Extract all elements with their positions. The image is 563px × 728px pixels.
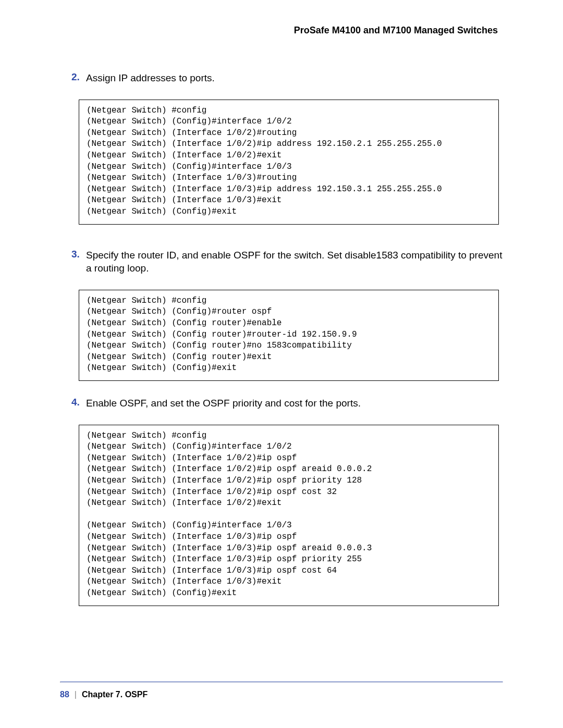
step-2: 2. Assign IP addresses to ports. (60, 71, 503, 85)
footer-divider (60, 682, 503, 683)
step-3: 3. Specify the router ID, and enable OSP… (60, 249, 503, 275)
step-text: Enable OSPF, and set the OSPF priority a… (86, 397, 361, 410)
step-number: 3. (71, 249, 86, 275)
page-number: 88 (60, 690, 69, 699)
footer-text: 88 | Chapter 7. OSPF (60, 690, 503, 699)
chapter-label: Chapter 7. OSPF (82, 690, 148, 699)
step-4: 4. Enable OSPF, and set the OSPF priorit… (60, 397, 503, 410)
page-header-title: ProSafe M4100 and M7100 Managed Switches (60, 25, 503, 36)
step-number: 2. (71, 71, 86, 85)
page-footer: 88 | Chapter 7. OSPF (60, 682, 503, 699)
step-text: Assign IP addresses to ports. (86, 71, 215, 85)
step-text: Specify the router ID, and enable OSPF f… (86, 249, 503, 275)
code-block-step-4: (Netgear Switch) #config (Netgear Switch… (79, 425, 499, 606)
code-block-step-2: (Netgear Switch) #config (Netgear Switch… (79, 100, 499, 225)
document-page: ProSafe M4100 and M7100 Managed Switches… (0, 0, 563, 728)
code-block-step-3: (Netgear Switch) #config (Netgear Switch… (79, 290, 499, 381)
step-number: 4. (71, 397, 86, 410)
footer-separator: | (75, 690, 77, 699)
